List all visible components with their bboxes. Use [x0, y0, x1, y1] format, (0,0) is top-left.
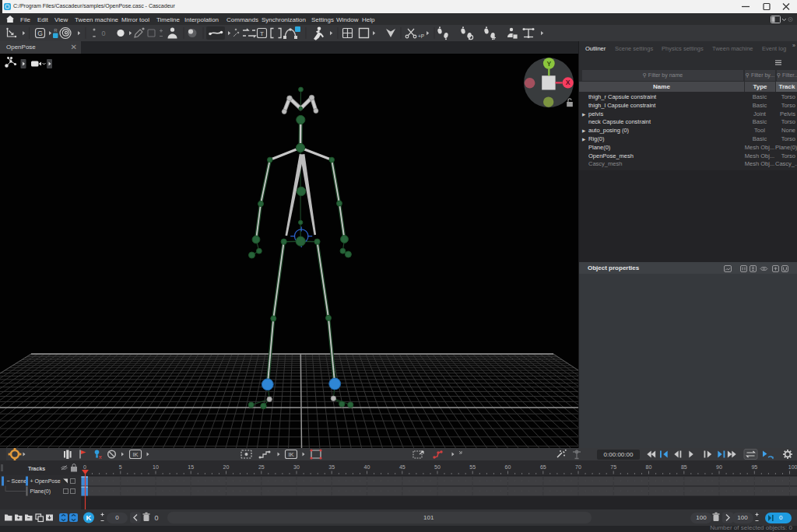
svg-text:60: 60 [505, 464, 511, 470]
svg-text:40: 40 [364, 464, 370, 470]
svg-text:+ OpenPose: + OpenPose [30, 478, 61, 485]
svg-text:90: 90 [716, 464, 722, 470]
svg-text:20: 20 [223, 464, 230, 470]
svg-text:Plane(0): Plane(0) [30, 488, 51, 495]
svg-text:50: 50 [434, 464, 441, 470]
svg-text:95: 95 [751, 464, 757, 470]
svg-text:75: 75 [610, 464, 616, 470]
svg-text:5: 5 [119, 464, 122, 470]
svg-text:65: 65 [540, 464, 546, 470]
svg-text:K: K [86, 513, 92, 522]
svg-text:35: 35 [328, 464, 335, 470]
svg-text:T: T [260, 30, 264, 37]
svg-text:R: R [54, 28, 58, 33]
svg-text:0: 0 [83, 464, 86, 470]
svg-text:15: 15 [188, 464, 194, 470]
svg-text:30: 30 [293, 464, 300, 470]
svg-text:Tracks: Tracks [28, 466, 45, 471]
svg-text:G: G [37, 30, 43, 37]
svg-text:− Scene: − Scene [7, 478, 27, 484]
svg-text:+P: +P [418, 33, 424, 39]
svg-text:IK: IK [132, 451, 138, 458]
svg-text:85: 85 [681, 464, 687, 470]
svg-text:10: 10 [153, 464, 159, 470]
svg-text:0: 0 [101, 30, 105, 37]
svg-text:80: 80 [646, 464, 652, 470]
svg-text:0: 0 [154, 514, 158, 522]
svg-text:Y: Y [546, 60, 551, 68]
svg-text:X: X [566, 79, 571, 86]
svg-text:45: 45 [399, 464, 406, 470]
svg-text:25: 25 [258, 464, 265, 470]
svg-text:IK: IK [288, 451, 293, 458]
svg-text:100: 100 [788, 464, 797, 470]
svg-text:70: 70 [575, 464, 581, 470]
svg-text:55: 55 [469, 464, 476, 470]
